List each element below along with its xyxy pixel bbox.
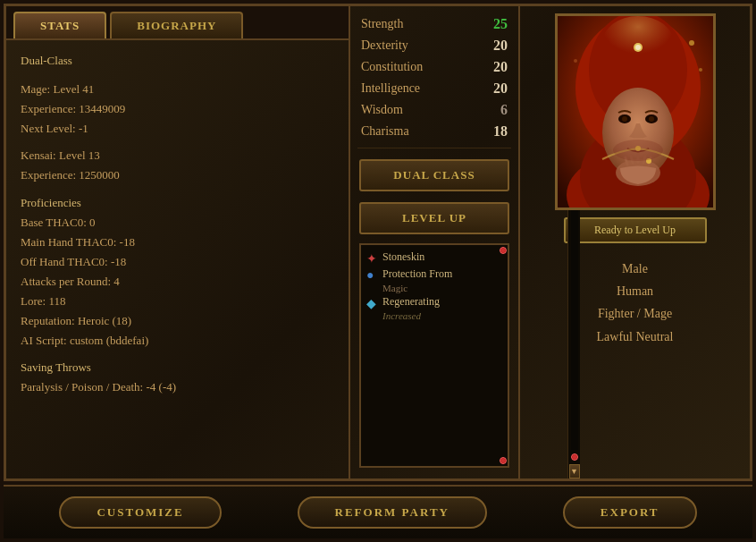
svg-point-24	[613, 140, 663, 161]
mage-level: Mage: Level 41	[21, 80, 331, 99]
portrait-frame	[555, 13, 716, 210]
protection-icon: ●	[366, 268, 379, 281]
stoneskin-icon: ✦	[366, 251, 379, 264]
customize-button[interactable]: CUSTOMIZE	[59, 496, 221, 529]
protection-sub: Magic	[366, 283, 502, 293]
regenerating-name: Regenerating	[382, 295, 440, 309]
stat-row-constitution: Constitution 20	[350, 56, 518, 78]
stat-name: Intelligence	[361, 81, 420, 96]
portrait-svg	[558, 16, 716, 210]
left-panel: STATS BIOGRAPHY Dual-Class Mage: Level 4…	[6, 6, 350, 478]
svg-point-2	[699, 68, 702, 72]
dual-class-button[interactable]: DUAL CLASS	[359, 159, 509, 191]
tabs-bar: STATS BIOGRAPHY	[6, 6, 349, 40]
ai-script: AI Script: custom (bddefai)	[21, 331, 331, 351]
kensai-level: Kensai: Level 13	[21, 146, 331, 165]
stat-name: Charisma	[361, 124, 409, 139]
stat-value: 20	[481, 38, 508, 54]
main-hand-thac0: Main Hand THAC0: -18	[21, 233, 331, 252]
ability-stoneskin: ✦ Stoneskin	[366, 249, 502, 266]
mage-next: Next Level: -1	[21, 119, 331, 139]
svg-point-14	[622, 116, 627, 122]
proficiencies-header: Proficiencies	[21, 193, 331, 213]
kensai-exp: Experience: 1250000	[21, 165, 331, 185]
ability-regenerating: ◆ Regenerating	[366, 293, 502, 310]
reputation: Reputation: Heroic (18)	[21, 311, 331, 331]
reform-party-button[interactable]: REFORM PARTY	[298, 496, 487, 529]
ability-protection: ● Protection From	[366, 266, 502, 283]
stat-name: Strength	[361, 17, 403, 31]
stat-row-strength: Strength 25	[350, 13, 518, 35]
char-info: Male Human Fighter / Mage Lawful Neutral	[527, 258, 743, 348]
stat-row-charisma: Charisma 18	[350, 121, 518, 142]
regenerating-note: Increased	[366, 310, 502, 321]
bottom-bar: CUSTOMIZE REFORM PARTY EXPORT	[4, 485, 752, 538]
abilities-scroll-gem-bottom	[500, 457, 507, 464]
paralysis: Paralysis / Poison / Death: -4 (-4)	[21, 377, 331, 397]
class-type: Dual-Class	[21, 51, 331, 71]
svg-point-15	[649, 116, 654, 122]
scroll-gem-bottom	[571, 453, 578, 461]
svg-point-1	[689, 40, 694, 46]
char-class: Fighter / Mage	[527, 302, 743, 325]
off-hand-thac0: Off Hand THAC0: -18	[21, 252, 331, 272]
stat-value: 6	[481, 102, 508, 118]
right-panel: Ready to Level Up Male Human Fighter / M…	[520, 6, 750, 478]
saving-throws-header: Saving Throws	[21, 358, 331, 377]
mage-exp: Experience: 13449009	[21, 99, 331, 119]
stats-content: Dual-Class Mage: Level 41 Experience: 13…	[6, 40, 349, 478]
attacks-per-round: Attacks per Round: 4	[21, 272, 331, 292]
level-up-button[interactable]: LEVEL UP	[359, 202, 509, 234]
main-frame: STATS BIOGRAPHY Dual-Class Mage: Level 4…	[4, 4, 752, 481]
stat-row-intelligence: Intelligence 20	[350, 78, 518, 99]
portrait-inner	[558, 16, 713, 207]
divider	[357, 148, 511, 148]
scroll-down[interactable]: ▼	[569, 464, 580, 478]
regenerating-icon: ◆	[366, 296, 379, 309]
attributes-list: Strength 25 Dexterity 20 Constitution 20…	[350, 13, 518, 142]
char-race: Human	[527, 280, 743, 302]
stoneskin-name: Stoneskin	[382, 250, 424, 264]
stat-row-dexterity: Dexterity 20	[350, 35, 518, 56]
abilities-box: ✦ Stoneskin ● Protection From Magic ◆ Re…	[359, 243, 509, 468]
middle-panel: Strength 25 Dexterity 20 Constitution 20…	[350, 6, 520, 478]
svg-point-3	[574, 59, 577, 63]
stat-name: Wisdom	[361, 103, 403, 117]
tab-stats[interactable]: STATS	[13, 12, 106, 38]
stat-name: Constitution	[361, 60, 423, 74]
stat-value: 25	[481, 16, 508, 32]
export-button[interactable]: EXPORT	[563, 496, 697, 529]
level-up-badge: Ready to Level Up	[564, 217, 707, 243]
stat-value: 20	[481, 59, 508, 75]
base-thac0: Base THAC0: 0	[21, 213, 331, 233]
protection-name: Protection From	[382, 267, 452, 281]
tab-biography[interactable]: BIOGRAPHY	[110, 12, 243, 38]
lore: Lore: 118	[21, 292, 331, 311]
stat-value: 18	[481, 123, 508, 140]
stat-row-wisdom: Wisdom 6	[350, 99, 518, 121]
stat-value: 20	[481, 80, 508, 97]
char-gender: Male	[527, 258, 743, 280]
stat-name: Dexterity	[361, 38, 408, 53]
char-alignment: Lawful Neutral	[527, 326, 743, 348]
abilities-scroll-gem-top	[500, 247, 507, 254]
svg-point-10	[635, 45, 641, 50]
